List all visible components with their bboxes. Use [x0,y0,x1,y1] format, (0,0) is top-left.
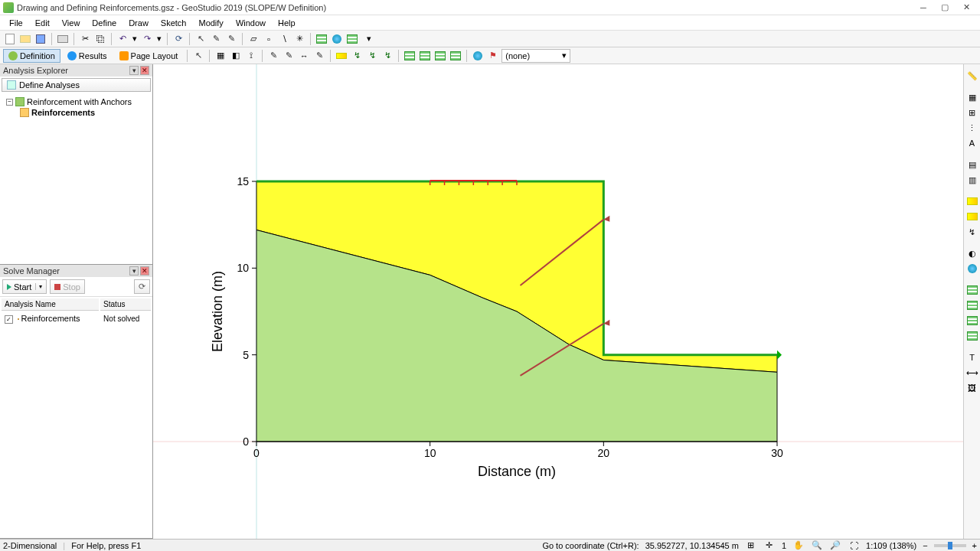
menu-sketch[interactable]: Sketch [155,17,193,29]
redo-button[interactable] [140,32,154,46]
pile-button[interactable] [381,49,394,63]
undo-button[interactable] [116,32,129,46]
view-pwp-button[interactable] [965,210,979,223]
close-button[interactable]: ✕ [956,1,977,15]
start-dropdown-icon[interactable]: ▾ [35,283,42,290]
copy-button[interactable]: ⿻ [93,32,107,46]
insert-region-button[interactable]: ▦ [214,49,227,63]
zoom-out-button[interactable]: 🔎 [829,540,841,551]
refresh-button[interactable] [172,32,185,46]
slip-radius-button[interactable] [433,49,447,63]
view-image-button[interactable]: 🖼 [965,381,979,395]
zoom-minus[interactable]: − [923,541,927,550]
view-loads-button[interactable]: ↯ [965,225,979,239]
maximize-button[interactable]: ▢ [934,1,956,15]
menu-edit[interactable]: Edit [29,17,56,29]
zoom-extents-button[interactable]: ⛶ [848,540,860,551]
view-dim-button[interactable]: ⟷ [965,366,979,380]
drawing-canvas[interactable]: 0102030051015Distance (m)Elevation (m) [153,64,963,539]
page-layout-tab[interactable]: Page Layout [114,49,184,63]
menu-view[interactable]: View [56,17,87,29]
col-analysis-name[interactable]: Analysis Name [2,298,99,311]
view-green1-button[interactable] [965,283,979,297]
nail-button[interactable] [365,49,379,63]
insert-point-button[interactable]: ◧ [229,49,243,63]
start-button[interactable]: Start ▾ [2,279,47,294]
zoom-plus[interactable]: + [972,541,977,550]
view-green3-button[interactable] [965,314,979,328]
materials-button[interactable] [315,32,328,46]
draw-points-button[interactable]: ▫ [262,32,276,46]
new-file-button[interactable] [3,32,17,46]
options-button[interactable]: ▾ [361,32,377,46]
view-green4-button[interactable] [965,329,979,343]
draw-line-button[interactable] [224,32,238,46]
collapse-icon[interactable]: − [6,99,13,106]
pin-icon[interactable]: ▾ [129,266,139,276]
view-points-button[interactable]: ⋮ [965,121,979,135]
view-world-button[interactable] [965,262,979,276]
view-axes-button[interactable]: ⊞ [965,106,979,119]
view-materials-button[interactable] [965,194,979,208]
solve-manager-header[interactable]: Solve Manager ▾ ✕ [0,265,152,277]
col-status[interactable]: Status [100,298,151,311]
cut-button[interactable]: ✂ [78,32,92,46]
row-checkbox[interactable]: ✓ [5,315,13,324]
menu-help[interactable]: Help [272,17,302,29]
redo-dropdown[interactable]: ▾ [155,32,163,46]
menu-define[interactable]: Define [86,17,122,29]
close-icon[interactable]: ✕ [140,66,149,75]
menu-draw[interactable]: Draw [122,17,155,29]
solve-button[interactable] [345,32,359,46]
view-slip-button[interactable]: ◐ [965,246,979,260]
draw-point-button[interactable] [209,32,223,46]
sketch-arrow-button[interactable]: ↔ [297,49,311,63]
pointer-tool[interactable] [191,49,205,63]
view-ruler-button[interactable]: 📏 [965,69,979,83]
open-file-button[interactable] [18,32,32,46]
print-button[interactable] [56,32,70,46]
save-button[interactable] [34,32,47,46]
close-icon[interactable]: ✕ [140,266,149,276]
zoom-slider[interactable] [934,544,966,547]
view-text-button[interactable]: T [965,350,979,364]
solve-refresh-button[interactable] [134,279,150,294]
pan-button[interactable]: ✋ [792,540,805,551]
view-grid-button[interactable]: ▦ [965,90,979,104]
analysis-explorer-header[interactable]: Analysis Explorer ▾ ✕ [0,64,152,77]
view-labels-button[interactable]: A [965,136,979,150]
view-green2-button[interactable] [965,298,979,312]
stop-button[interactable]: Stop [50,279,85,294]
definition-tab[interactable]: Definition [3,49,60,63]
labels-button[interactable] [486,49,500,63]
view-mesh-button[interactable]: ▤ [965,158,979,171]
pin-icon[interactable]: ▾ [129,66,139,75]
define-analyses-button[interactable]: Define Analyses [2,78,151,92]
tree-root[interactable]: − Reinforcement with Anchors [2,96,151,107]
undo-dropdown[interactable]: ▾ [131,32,139,46]
table-row[interactable]: ✓ Reinforcements Not solved [2,312,151,325]
sketch-arc-button[interactable] [312,49,326,63]
pore-button[interactable] [330,32,344,46]
insert-dim-button[interactable]: ⟟ [244,49,258,63]
select-button[interactable] [194,32,207,46]
menu-window[interactable]: Window [230,17,272,29]
slip-block-button[interactable] [449,49,462,63]
zoom-in-button[interactable]: 🔍 [811,540,823,551]
sketch-poly-button[interactable] [282,49,296,63]
view-bc-button[interactable]: ▥ [965,173,979,187]
draw-fan-button[interactable]: ✳ [292,32,306,46]
snap-point-button[interactable]: ✛ [763,540,776,551]
draw-regions-button[interactable]: ▱ [247,32,260,46]
view-dropdown[interactable]: (none) ▾ [501,49,570,63]
sketch-line-button[interactable] [266,49,280,63]
tree-child[interactable]: Reinforcements [2,107,151,118]
load-button[interactable] [335,49,348,63]
slip-grid-button[interactable] [418,49,432,63]
menu-modify[interactable]: Modify [192,17,229,29]
results-tab[interactable]: Results [62,49,113,63]
draw-lines-button[interactable]: ∖ [277,32,291,46]
snap-grid-button[interactable]: ⊞ [745,540,757,551]
contours-button[interactable] [471,49,485,63]
slip-entry-button[interactable] [403,49,416,63]
